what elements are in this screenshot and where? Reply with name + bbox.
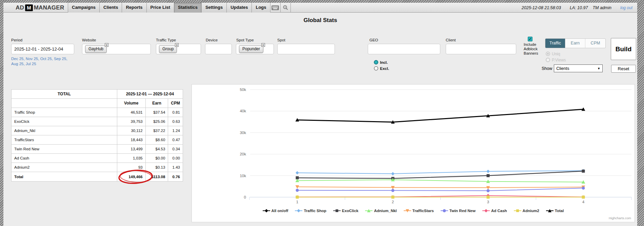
x-tick-label: 2	[392, 200, 394, 204]
series-line-adnium-nkl	[297, 180, 583, 182]
legend-label: Traffic Shop	[304, 209, 326, 213]
row-earn: $25.06	[145, 117, 168, 126]
period-shortcut-aug-25[interactable]: Aug 25	[11, 62, 23, 66]
nav-price-list[interactable]: Price List	[147, 3, 175, 13]
adblock-filter: ✓ IncludeAdblockBanners	[521, 37, 539, 56]
row-name: Adnium_Nkl	[12, 126, 117, 135]
legend-item-adnium2[interactable]: Adnium2	[514, 209, 539, 213]
show-select[interactable]: Clients ▼	[554, 64, 603, 72]
row-cpm: 0.76	[168, 172, 183, 182]
server-datetime: 2025-12-08 21:58:03	[522, 5, 561, 10]
y-tick-label: 50k	[240, 88, 246, 92]
adblock-checkbox[interactable]: ✓	[528, 37, 532, 41]
row-cpm: 0.34	[168, 145, 183, 154]
nav-reports[interactable]: Reports	[122, 3, 146, 13]
legend-label: Adnium_Nkl	[374, 209, 397, 213]
data-point[interactable]	[486, 170, 490, 173]
legend-item-trafficstars[interactable]: TrafficStars	[404, 209, 434, 213]
legend-label: Total	[555, 209, 564, 213]
metric-tab-cpm[interactable]: CPM	[585, 39, 605, 48]
data-point[interactable]	[391, 189, 395, 192]
period-shortcut-jul-25[interactable]: Jul 25	[26, 62, 36, 66]
row-volume: 46,531	[117, 108, 145, 117]
nav-statistics[interactable]: Statistics	[174, 3, 202, 13]
legend-item-exoclick[interactable]: ExoClick	[333, 209, 359, 213]
geo-excl-radio[interactable]	[374, 66, 378, 71]
geo-input[interactable]	[368, 44, 440, 54]
data-point[interactable]	[296, 195, 299, 199]
reset-button[interactable]: Reset	[611, 65, 636, 73]
period-input[interactable]: 2025-12-01 - 2025-12-04	[11, 44, 74, 54]
nav-updates[interactable]: Updates	[227, 3, 252, 13]
pviews-radio[interactable]	[546, 58, 550, 62]
legend-item-adnium-nkl[interactable]: Adnium_Nkl	[365, 209, 397, 213]
uniq-option: Uniq	[546, 51, 560, 57]
data-point[interactable]	[296, 189, 299, 192]
website-input[interactable]: GayHub x	[82, 44, 151, 54]
logout-link[interactable]: log out	[620, 5, 632, 10]
nav-campaigns[interactable]: Campaigns	[68, 3, 100, 13]
traffic-type-input[interactable]: Group x	[156, 44, 201, 54]
legend-item-ad-cash[interactable]: Ad Cash	[482, 209, 507, 213]
page-title: Global Stats	[3, 17, 637, 24]
x-tick-label: 4	[582, 200, 585, 204]
table-header-total: TOTAL	[12, 90, 117, 99]
data-point[interactable]	[296, 171, 299, 174]
chart-legend: All on/offTraffic ShopExoClickAdnium_Nkl…	[192, 209, 635, 213]
legend-item-all-on-off[interactable]: All on/off	[263, 209, 288, 213]
geo-incl-option[interactable]: Incl.	[374, 59, 388, 65]
legend-item-twin-red-new[interactable]: Twin Red New	[441, 209, 476, 213]
series-line-trafficstars	[297, 187, 583, 188]
metric-tab-traffic[interactable]: Traffic	[545, 39, 565, 48]
nav-clients[interactable]: Clients	[100, 3, 122, 13]
spot-type-input[interactable]: Popunder x	[236, 44, 274, 54]
metric-tab-earn[interactable]: Earn	[565, 39, 585, 48]
period-shortcut-dec-25[interactable]: Dec 25	[11, 57, 23, 61]
highcharts-credit[interactable]: Highcharts.com	[609, 216, 631, 220]
table-row: Adnium_Nkl30,112$37.221.24	[12, 126, 183, 135]
row-name: Adnium2	[12, 163, 117, 172]
x-tick-label: 1	[296, 200, 298, 204]
search-icon[interactable]	[281, 3, 291, 13]
uniq-radio[interactable]	[546, 52, 550, 56]
traffic-type-chip-label: Group	[162, 46, 174, 51]
period-shortcut-sep-25[interactable]: Sep 25	[54, 57, 66, 61]
spot-label: Spot	[277, 38, 285, 42]
row-volume: 30,112	[117, 126, 145, 135]
period-shortcut-nov-25[interactable]: Nov 25	[26, 57, 38, 61]
data-point[interactable]	[582, 187, 585, 190]
data-point[interactable]	[582, 170, 585, 173]
device-input[interactable]	[205, 44, 232, 54]
data-point[interactable]	[582, 195, 585, 199]
spot-type-chip-remove-icon[interactable]: x	[261, 43, 265, 47]
data-point[interactable]	[391, 172, 395, 175]
period-shortcuts: Dec 25, Nov 25, Oct 25, Sep 25, Aug 25, …	[11, 56, 69, 67]
period-shortcut-oct-25[interactable]: Oct 25	[40, 57, 52, 61]
website-chip-remove-icon[interactable]: x	[105, 43, 108, 47]
data-point[interactable]	[487, 195, 490, 199]
client-input[interactable]	[446, 44, 516, 54]
table-row: ExoClick39,753$25.060.63	[12, 117, 183, 126]
data-point[interactable]	[487, 189, 490, 192]
traffic-type-chip-remove-icon[interactable]: x	[175, 43, 179, 47]
y-tick-label: 30k	[240, 131, 246, 135]
nav-logs[interactable]: Logs	[252, 3, 270, 13]
row-volume: 39,753	[117, 117, 145, 126]
geo-incl-radio[interactable]	[374, 60, 378, 64]
build-button[interactable]: Build	[611, 38, 636, 60]
geo-excl-label: Excl.	[380, 67, 389, 71]
spot-type-label: Spot Type	[236, 38, 254, 42]
legend-item-total[interactable]: Total	[546, 209, 564, 213]
row-volume: 149,466	[117, 172, 145, 182]
pviews-option: P.Views	[546, 57, 566, 63]
keyboard-icon[interactable]	[270, 3, 281, 13]
data-point[interactable]	[487, 174, 490, 177]
chart-card: 010k20k30k40k50k1234 All on/offTraffic S…	[192, 84, 635, 222]
y-tick-label: 40k	[240, 109, 246, 113]
spot-input[interactable]	[277, 44, 335, 54]
nav-settings[interactable]: Settings	[202, 3, 227, 13]
geo-excl-option[interactable]: Excl.	[374, 65, 389, 71]
pviews-label: P.Views	[552, 58, 566, 62]
legend-item-traffic-shop[interactable]: Traffic Shop	[295, 209, 326, 213]
data-point[interactable]	[391, 195, 395, 199]
